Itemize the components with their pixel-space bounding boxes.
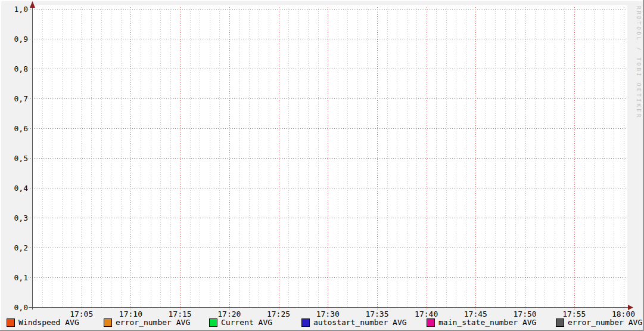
y-tick-label: 0,6 xyxy=(14,124,28,133)
x-tick-label: 17:50 xyxy=(514,310,537,318)
y-tick-label: 0,7 xyxy=(14,94,28,103)
y-tick-label: 0,2 xyxy=(14,243,28,252)
watermark: RRDTOOL / TOBI OETIKER xyxy=(636,6,642,119)
y-tick-label: 0,8 xyxy=(14,64,28,73)
y-tick-label: 1,0 xyxy=(14,5,28,14)
y-tick-label: 0,9 xyxy=(14,35,28,44)
y-tick-label: 0,4 xyxy=(14,184,29,193)
plot-area xyxy=(32,5,627,307)
x-tick-label: 17:20 xyxy=(217,310,241,318)
x-tick-label: 17:55 xyxy=(562,310,586,318)
y-tick-label: 0,0 xyxy=(14,303,28,312)
y-tick-label: 0,3 xyxy=(14,214,28,222)
border-left xyxy=(0,0,1,331)
border-top xyxy=(0,0,644,1)
y-tick-label: 0,1 xyxy=(14,273,28,282)
y-axis-arrow-icon xyxy=(30,1,35,8)
plot-canvas xyxy=(32,5,627,307)
x-tick-label: 17:05 xyxy=(70,310,93,318)
y-axis-labels: 0,00,10,20,30,40,50,60,70,80,91,0 xyxy=(14,5,29,312)
x-tick-label: 17:45 xyxy=(464,310,487,318)
x-tick-label: 17:15 xyxy=(169,310,192,318)
x-tick-label: 17:10 xyxy=(119,310,142,318)
x-tick-label: 17:40 xyxy=(415,310,438,318)
rrdtool-graph: 0,00,10,20,30,40,50,60,70,80,91,0 17:051… xyxy=(0,0,644,331)
y-tick-label: 0,5 xyxy=(14,154,28,163)
x-tick-label: 18:00 xyxy=(612,310,635,318)
chart-canvas: 0,00,10,20,30,40,50,60,70,80,91,0 17:051… xyxy=(0,0,644,331)
x-tick-label: 17:35 xyxy=(365,310,388,318)
x-axis-labels: 17:0517:1017:1517:2017:2517:3017:3517:40… xyxy=(70,310,635,318)
x-tick-label: 17:25 xyxy=(267,310,290,318)
x-tick-label: 17:30 xyxy=(316,310,340,318)
